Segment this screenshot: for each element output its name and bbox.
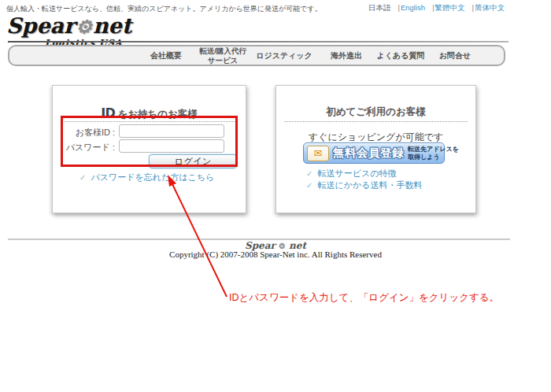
lang-traditional-chinese[interactable]: |繁體中文	[432, 3, 464, 13]
password-field[interactable]	[119, 139, 224, 153]
lang-separator: |	[472, 3, 474, 12]
password-label: パスワード :	[53, 142, 115, 153]
lang-simplified-chinese-label: 简体中文	[475, 3, 505, 12]
lang-english[interactable]: |English	[398, 3, 426, 13]
copyright-text: Copyright (C) 2007-2008 Spear-Net inc. A…	[0, 250, 551, 259]
lang-simplified-chinese[interactable]: |简体中文	[472, 3, 505, 13]
register-panel: 初めてご利用のお客様 すぐにショッピングが可能です ✉ 無料会員登録 転送先アド…	[276, 85, 476, 213]
language-switcher: 日本語 |English |繁體中文 |简体中文	[368, 3, 505, 13]
envelope-icon: ✉	[307, 146, 329, 161]
login-panel: IDをお持ちのお客様 お客様ID : パスワード : ログイン ✓ パスワードを…	[52, 85, 246, 213]
page: 個人輸入・転送サービスなら、信頼、実績のスピアネット。アメリカから世界に発送が可…	[0, 0, 551, 392]
register-note-line2: 取得しよう	[408, 153, 459, 161]
customer-id-field[interactable]	[119, 124, 224, 138]
header-divider	[8, 41, 508, 43]
register-note: 転送先アドレスを 取得しよう	[408, 146, 459, 161]
nav-label-line2: サービス	[199, 56, 246, 65]
check-icon: ✓	[306, 169, 312, 178]
free-register-label: 無料会員登録	[333, 146, 404, 161]
nav-contact[interactable]: お問合せ	[439, 46, 471, 65]
register-panel-title: 初めてご利用のお客様	[276, 105, 475, 119]
lang-separator: |	[432, 3, 434, 12]
check-icon: ✓	[80, 173, 86, 182]
logo-brand-left: Spear	[6, 13, 75, 38]
dotted-divider	[284, 121, 468, 122]
shipping-fees-link[interactable]: ✓ 転送にかかる送料・手数料	[306, 179, 422, 191]
login-panel-title: IDをお持ちのお客様	[53, 105, 246, 121]
lang-separator: |	[398, 3, 400, 12]
nav-label: お問合せ	[439, 50, 471, 61]
nav-overseas-expansion[interactable]: 海外進出	[331, 46, 362, 65]
nav-label: 会社概要	[150, 50, 182, 61]
nav-faq[interactable]: よくある質問	[377, 46, 425, 65]
main-navigation: 会社概要 転送/購入代行 サービス ロジスティック 海外進出 よくある質問 お問…	[8, 45, 505, 66]
login-title-id: ID	[101, 105, 115, 120]
dotted-divider	[61, 121, 238, 122]
nav-label: 転送/購入代行	[199, 46, 246, 55]
login-title-rest: をお持ちのお客様	[117, 109, 197, 120]
logo-brand-right: net	[93, 13, 131, 38]
forwarding-features-link[interactable]: ✓ 転送サービスの特徴	[306, 168, 396, 179]
site-logo[interactable]: Spear⚙net Logistics USA	[6, 13, 131, 38]
annotation-text: IDとパスワードを入力して、「ログイン」をクリックする。	[229, 291, 499, 305]
nav-label: ロジスティック	[256, 50, 312, 61]
forgot-password-link[interactable]: ✓ パスワードを忘れた方はこちら	[80, 172, 214, 183]
nav-logistics[interactable]: ロジスティック	[256, 46, 312, 65]
nav-label: よくある質問	[377, 50, 425, 61]
lang-japanese[interactable]: 日本語	[368, 3, 391, 13]
nav-forwarding-service[interactable]: 転送/購入代行 サービス	[199, 46, 246, 65]
shipping-fees-label: 転送にかかる送料・手数料	[317, 179, 422, 191]
forgot-password-label: パスワードを忘れた方はこちら	[91, 172, 214, 183]
nav-label: 海外進出	[331, 50, 362, 61]
nav-company-profile[interactable]: 会社概要	[150, 46, 182, 65]
login-button[interactable]: ログイン	[149, 154, 237, 168]
free-register-button[interactable]: ✉ 無料会員登録 転送先アドレスを 取得しよう	[303, 142, 445, 164]
gear-icon: ⚙	[76, 16, 92, 37]
forwarding-features-label: 転送サービスの特徴	[317, 168, 396, 179]
lang-traditional-chinese-label: 繁體中文	[435, 3, 465, 12]
lang-japanese-label: 日本語	[368, 3, 391, 12]
register-note-line1: 転送先アドレスを	[408, 146, 459, 153]
check-icon: ✓	[306, 181, 312, 190]
lang-english-label: English	[401, 3, 425, 12]
customer-id-label: お客様ID :	[53, 127, 115, 139]
